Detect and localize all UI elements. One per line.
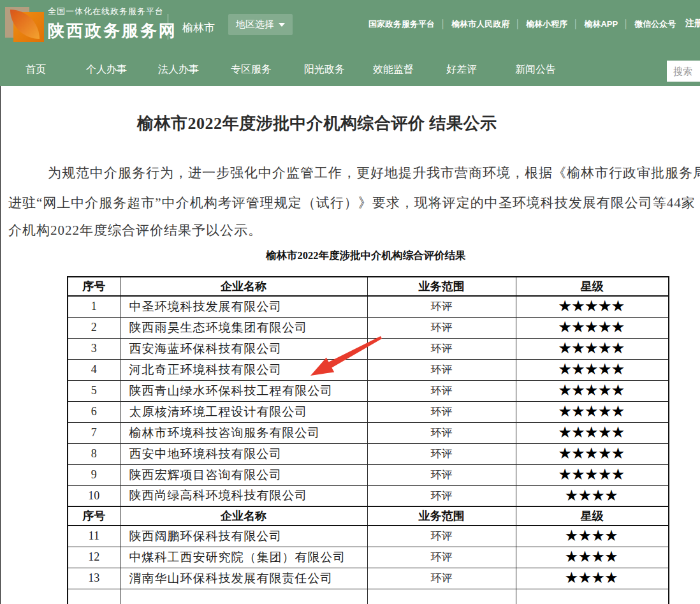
cell-no: 3 [68,338,120,359]
cell-name: 西安海蓝环保科技有限公司 [120,338,367,359]
cell-scope: 环评 [367,401,516,422]
cell-stars: ★★★★ [516,485,669,506]
cell-scope: 环评 [367,359,516,380]
nav-item-home[interactable]: 首页 [26,63,46,77]
cell-stars: ★★★★★ [516,464,669,485]
nav-item-corporate[interactable]: 法人办事 [158,63,199,77]
cell-name: 陕西雨昊生态环境集团有限公司 [120,317,367,338]
platform-label: 全国一体化在线政务服务平台 [48,6,177,17]
site-logo[interactable] [5,3,46,44]
region-selector-label: 地区选择 [236,18,274,31]
cell-name: 渭南华山环保科技发展有限责任公司 [120,568,367,589]
cell-stars: ★★★★★ [516,422,669,443]
cell-scope: 环评 [367,422,516,443]
cell-scope: 环评 [367,568,516,589]
table-row: 10陕西尚绿高科环境科技有限公司环评★★★★ [68,485,669,506]
cell-name: 陕西宏辉项目咨询有限公司 [120,464,367,485]
link-wechat-account[interactable]: 微信公众号 [634,18,676,30]
table-row: 11陕西阔鹏环保科技有限公司环评★★★★ [68,526,669,547]
nav-item-zone[interactable]: 专区服务 [231,63,272,77]
cell-no: 11 [68,526,120,547]
cell-name: 中圣环境科技发展有限公司 [120,296,367,317]
chevron-down-icon [279,23,285,27]
column-header: 星级 [516,277,669,296]
cell-no: 5 [68,380,120,401]
column-header: 业务范围 [367,277,516,296]
cell-name: 陕西青山绿水环保科技工程有限公司 [120,380,367,401]
cell-scope: 环评 [367,485,516,506]
table-row: 4河北奇正环境科技有限公司环评★★★★★ [68,359,669,380]
table-row: 8西安中地环境科技有限公司环评★★★★★ [68,443,669,464]
nav-item-news[interactable]: 新闻公告 [515,63,556,77]
top-links: 国家政务服务平台 │ 榆林市人民政府 │ 榆林小程序 │ 榆林APP │ 微信公… [368,0,676,48]
table-row: 6太原核清环境工程设计有限公司环评★★★★★ [68,401,669,422]
cell-name: 太原核清环境工程设计有限公司 [120,401,367,422]
left-edge-line [0,86,1,604]
cell-stars: ★★★★★ [516,317,669,338]
nav-item-rating[interactable]: 好差评 [446,63,477,77]
link-separator: │ [441,19,446,29]
paragraph-line: 介机构2022年度综合评价结果予以公示。 [8,221,262,239]
cell-no: 12 [68,547,120,568]
brand-block: 全国一体化在线政务服务平台 陕西政务服务网 [48,6,177,42]
cell-stars: ★★★★★ [516,359,669,380]
cell-name: 西安中地环境科技有限公司 [120,443,367,464]
nav-item-supervision[interactable]: 效能监督 [373,63,414,77]
cell-no: 2 [68,317,120,338]
cell-no: 1 [68,296,120,317]
table-row: 13渭南华山环保科技发展有限责任公司环评★★★★ [68,568,669,589]
paragraph-line: 进驻“网上中介服务超市”中介机构考评管理规定（试行）》要求，现将评定的中圣环境科… [8,194,696,212]
page: 全国一体化在线政务服务平台 陕西政务服务网 榆林市 地区选择 国家政务服务平台 … [0,0,700,604]
cell-name: 陕西阔鹏环保科技有限公司 [120,526,367,547]
cell-name: 陕西尚绿高科环境科技有限公司 [120,485,367,506]
cell-no: 7 [68,422,120,443]
cell-name: 榆林市环境科技咨询服务有限公司 [120,422,367,443]
cell-scope: 环评 [367,547,516,568]
cell-no: 6 [68,401,120,422]
cell-name: 中煤科工西安研究院（集团）有限公司 [120,547,367,568]
link-city-government[interactable]: 榆林市人民政府 [451,18,509,30]
cell-scope: 环评 [367,338,516,359]
column-header: 序号 [68,277,120,296]
cell-no: 9 [68,464,120,485]
cell-name: 河北奇正环境科技有限公司 [120,359,367,380]
register-link[interactable]: 注册 [685,18,700,29]
cell-stars: ★★★★ [516,568,669,589]
cell-no: 10 [68,485,120,506]
cell-stars: ★★★★★ [516,401,669,422]
paragraph-line: 为规范中介服务行为，进一步强化中介监管工作，更好地提升我市营商环境，根据《榆林市… [48,164,700,182]
cell-stars: ★★★★★ [516,296,669,317]
column-header: 业务范围 [367,506,516,526]
cell-empty [68,589,120,604]
cell-scope: 环评 [367,443,516,464]
cell-stars: ★★★★ [516,526,669,547]
site-header: 全国一体化在线政务服务平台 陕西政务服务网 榆林市 地区选择 国家政务服务平台 … [0,0,700,86]
search-input[interactable] [667,61,700,82]
table-row: 5陕西青山绿水环保科技工程有限公司环评★★★★★ [68,380,669,401]
table-row: 7榆林市环境科技咨询服务有限公司环评★★★★★ [68,422,669,443]
link-separator: │ [623,19,629,29]
link-separator: │ [573,19,578,29]
cell-scope: 环评 [367,317,516,338]
table-row: 12中煤科工西安研究院（集团）有限公司环评★★★★ [68,547,669,568]
nav-item-personal[interactable]: 个人办事 [86,63,127,77]
table-row: 2陕西雨昊生态环境集团有限公司环评★★★★★ [68,317,669,338]
link-app[interactable]: 榆林APP [584,18,618,30]
cell-scope: 环评 [367,380,516,401]
link-national-platform[interactable]: 国家政务服务平台 [368,18,435,30]
table-row-clipped [68,589,669,604]
cell-stars: ★★★★★ [516,338,669,359]
table-header-row: 序号企业名称业务范围星级 [68,277,669,296]
cell-scope: 环评 [367,296,516,317]
cell-scope: 环评 [367,526,516,547]
table-caption: 榆林市2022年度涉批中介机构综合评价结果 [266,249,466,263]
link-separator: │ [515,19,520,29]
region-selector-button[interactable]: 地区选择 [228,14,293,35]
cell-empty [367,589,516,604]
column-header: 序号 [68,506,120,526]
nav-item-open-gov[interactable]: 阳光政务 [304,63,345,77]
column-header: 星级 [516,506,669,526]
announcement-document: 榆林市2022年度涉批中介机构综合评价 结果公示 为规范中介服务行为，进一步强化… [0,86,700,604]
site-name: 陕西政务服务网 [48,20,177,42]
link-mini-program[interactable]: 榆林小程序 [526,18,567,30]
